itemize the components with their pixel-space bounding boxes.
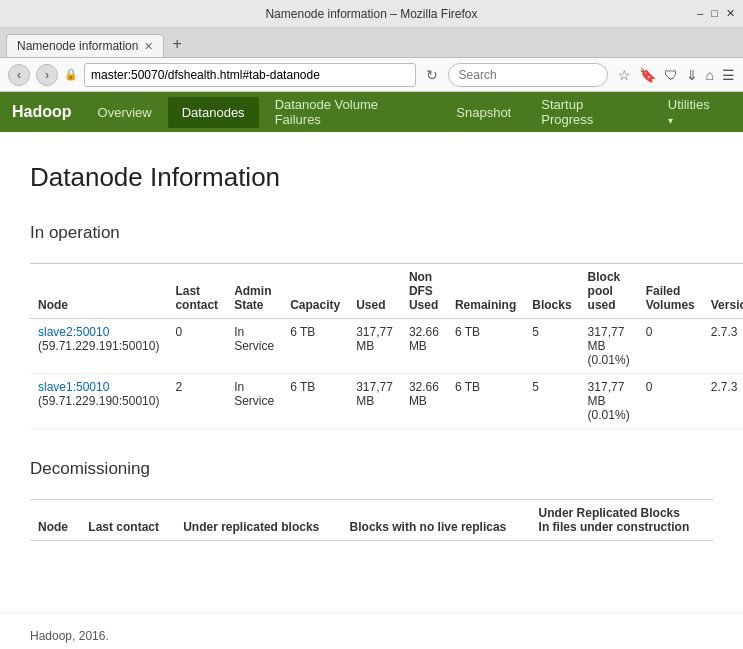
- col-failed-volumes: FailedVolumes: [638, 264, 703, 319]
- cell-last-contact: 0: [167, 319, 226, 374]
- tab-label: Namenode information: [17, 39, 138, 53]
- cell-failed-volumes: 0: [638, 319, 703, 374]
- nav-item-startup-progress[interactable]: Startup Progress: [527, 89, 652, 135]
- maximize-button[interactable]: □: [711, 7, 718, 20]
- cell-non-dfs-used: 32.66 MB: [401, 319, 447, 374]
- shield-icon[interactable]: 🛡: [664, 67, 678, 83]
- col-admin-state: AdminState: [226, 264, 282, 319]
- cell-node: slave2:50010 (59.71.229.191:50010): [30, 319, 167, 374]
- dec-col-under-replicated-construction: Under Replicated BlocksIn files under co…: [531, 500, 713, 541]
- cell-remaining: 6 TB: [447, 374, 524, 429]
- cell-version: 2.7.3: [703, 374, 743, 429]
- col-remaining: Remaining: [447, 264, 524, 319]
- home-icon[interactable]: ⌂: [706, 67, 714, 83]
- cell-blocks: 5: [524, 374, 579, 429]
- nav-item-datanodes[interactable]: Datanodes: [168, 97, 259, 128]
- nav-item-overview[interactable]: Overview: [84, 97, 166, 128]
- footer: Hadoop, 2016.: [0, 612, 743, 649]
- page-title: Datanode Information: [30, 162, 713, 193]
- reload-button[interactable]: ↻: [422, 67, 442, 83]
- window-controls[interactable]: – □ ✕: [697, 7, 735, 20]
- col-node: Node: [30, 264, 167, 319]
- node-ip: (59.71.229.191:50010): [38, 339, 159, 353]
- cell-failed-volumes: 0: [638, 374, 703, 429]
- cell-remaining: 6 TB: [447, 319, 524, 374]
- col-block-pool-used: Blockpoolused: [580, 264, 638, 319]
- download-icon[interactable]: ⇓: [686, 67, 698, 83]
- cell-admin-state: In Service: [226, 319, 282, 374]
- tab-bar: Namenode information ✕ +: [0, 28, 743, 58]
- cell-node: slave1:50010 (59.71.229.190:50010): [30, 374, 167, 429]
- address-bar: ‹ › 🔒 ↻ ☆ 🔖 🛡 ⇓ ⌂ ☰: [0, 58, 743, 92]
- cell-used: 317,77 MB: [348, 374, 401, 429]
- cell-block-pool-used: 317,77 MB (0.01%): [580, 319, 638, 374]
- table-row: slave2:50010 (59.71.229.191:50010) 0 In …: [30, 319, 743, 374]
- page-content: Datanode Information In operation Node L…: [0, 132, 743, 612]
- decomissioning-header-row: Node Last contact Under replicated block…: [30, 500, 713, 541]
- cell-version: 2.7.3: [703, 319, 743, 374]
- col-version: Version: [703, 264, 743, 319]
- minimize-button[interactable]: –: [697, 7, 703, 20]
- footer-text: Hadoop, 2016.: [30, 629, 109, 643]
- section-in-operation-title: In operation: [30, 223, 713, 243]
- bookmark-star-icon[interactable]: ☆: [618, 67, 631, 83]
- back-button[interactable]: ‹: [8, 64, 30, 86]
- table-header-row: Node Lastcontact AdminState Capacity Use…: [30, 264, 743, 319]
- col-capacity: Capacity: [282, 264, 348, 319]
- cell-last-contact: 2: [167, 374, 226, 429]
- cell-used: 317,77 MB: [348, 319, 401, 374]
- lock-icon: 🔒: [64, 68, 78, 81]
- cell-blocks: 5: [524, 319, 579, 374]
- toolbar-icons: ☆ 🔖 🛡 ⇓ ⌂ ☰: [618, 67, 735, 83]
- hadoop-nav: Hadoop Overview Datanodes Datanode Volum…: [0, 92, 743, 132]
- col-used: Used: [348, 264, 401, 319]
- forward-button[interactable]: ›: [36, 64, 58, 86]
- tab-close-button[interactable]: ✕: [144, 40, 153, 53]
- node-ip: (59.71.229.190:50010): [38, 394, 159, 408]
- cell-non-dfs-used: 32.66 MB: [401, 374, 447, 429]
- bookmark-list-icon[interactable]: 🔖: [639, 67, 656, 83]
- search-input[interactable]: [448, 63, 608, 87]
- node-link[interactable]: slave1:50010: [38, 380, 109, 394]
- url-input[interactable]: [84, 63, 416, 87]
- section-decomissioning-title: Decomissioning: [30, 459, 713, 479]
- col-non-dfs-used: NonDFSUsed: [401, 264, 447, 319]
- browser-tab[interactable]: Namenode information ✕: [6, 34, 164, 57]
- cell-capacity: 6 TB: [282, 374, 348, 429]
- hadoop-logo: Hadoop: [12, 103, 72, 121]
- nav-item-utilities[interactable]: Utilities: [654, 89, 731, 135]
- cell-block-pool-used: 317,77 MB (0.01%): [580, 374, 638, 429]
- dec-col-last-contact: Last contact: [80, 500, 175, 541]
- nav-item-snapshot[interactable]: Snapshot: [442, 97, 525, 128]
- window-title: Namenode information – Mozilla Firefox: [265, 7, 477, 21]
- new-tab-button[interactable]: +: [164, 31, 189, 57]
- title-bar: Namenode information – Mozilla Firefox –…: [0, 0, 743, 28]
- close-button[interactable]: ✕: [726, 7, 735, 20]
- cell-capacity: 6 TB: [282, 319, 348, 374]
- dec-col-under-replicated: Under replicated blocks: [175, 500, 341, 541]
- dec-col-no-live-replicas: Blocks with no live replicas: [342, 500, 531, 541]
- col-blocks: Blocks: [524, 264, 579, 319]
- menu-icon[interactable]: ☰: [722, 67, 735, 83]
- col-last-contact: Lastcontact: [167, 264, 226, 319]
- table-row: slave1:50010 (59.71.229.190:50010) 2 In …: [30, 374, 743, 429]
- nav-item-datanode-volume-failures[interactable]: Datanode Volume Failures: [261, 89, 441, 135]
- node-link[interactable]: slave2:50010: [38, 325, 109, 339]
- dec-col-node: Node: [30, 500, 80, 541]
- cell-admin-state: In Service: [226, 374, 282, 429]
- in-operation-table: Node Lastcontact AdminState Capacity Use…: [30, 263, 743, 429]
- decomissioning-table: Node Last contact Under replicated block…: [30, 499, 713, 541]
